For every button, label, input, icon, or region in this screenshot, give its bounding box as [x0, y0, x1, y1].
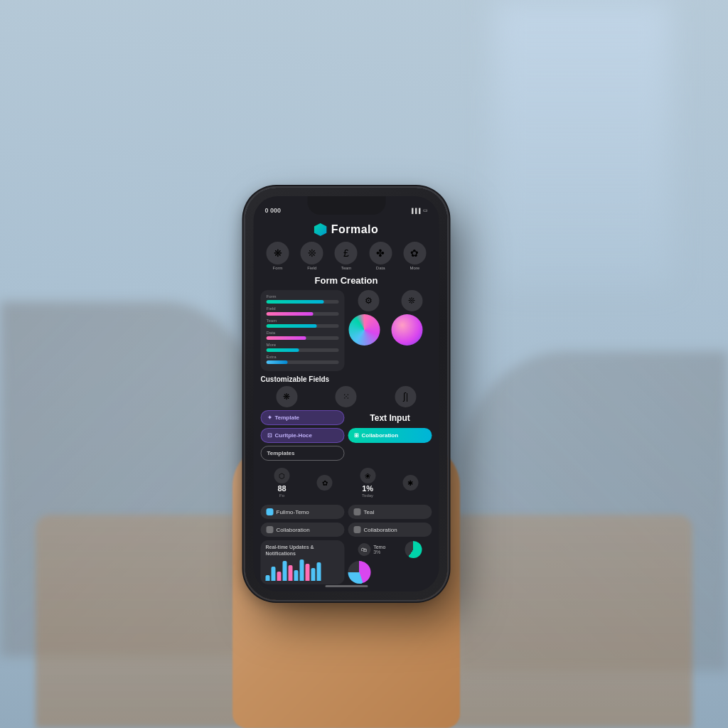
progress-item-6: Extra	[267, 355, 339, 364]
nav-label-1: Form	[273, 266, 283, 271]
hand-container: 0 000 ▐▐▐ ▭ Formalo	[168, 159, 524, 728]
tag-item-4[interactable]: Collaboration	[348, 523, 432, 537]
tag-item-3[interactable]: Collaboration	[261, 523, 345, 537]
field-icon-1: ✦	[267, 414, 272, 421]
stat-item-2: ✿	[317, 475, 333, 491]
bottom-stat-text-1: Temo 3%	[373, 545, 385, 555]
right-icons-grid: ⚙ ❊	[348, 290, 432, 371]
text-input-label: Text Input	[370, 413, 410, 423]
nav-item-4[interactable]: ✤ Data	[369, 242, 392, 271]
realtime-section: Real-time Updates & Notifications	[261, 540, 432, 584]
right-icon-2[interactable]: ❊	[401, 290, 422, 311]
tag-dot-3	[267, 526, 274, 533]
stat-icon-2: ✿	[317, 475, 333, 491]
nav-icon-3: £	[335, 242, 358, 264]
field-pill-curltple[interactable]: ⊡ Curltple-Hoce	[261, 428, 345, 443]
bottom-percent-1: 3%	[373, 550, 385, 555]
chart-bar-3	[277, 572, 282, 581]
customizable-fields-title: Customizable Fields	[261, 375, 432, 383]
tag-label-3: Collaboration	[277, 527, 310, 533]
field-row-1: ✦ Template Text Input	[261, 410, 432, 425]
phone-notch	[307, 196, 385, 215]
progress-item-4: Data	[267, 331, 339, 340]
chart-bar-6	[294, 570, 299, 581]
realtime-card: Real-time Updates & Notifications	[261, 540, 345, 584]
stat-sub-3: Today	[362, 493, 373, 498]
donut-ring	[348, 561, 371, 584]
screen-content: Formalo ❋ Form ❊ Field £	[254, 218, 439, 592]
stats-row: ⬡ 88 Fo ✿ ❀ 1% Today ✱	[261, 465, 432, 500]
stat-item-3: ❀ 1% Today	[360, 468, 375, 498]
progress-label-2: Field	[267, 306, 339, 311]
mid-icon-2[interactable]: ⁙	[336, 386, 357, 407]
progress-fill-6	[267, 360, 288, 364]
nav-item-2[interactable]: ❊ Field	[301, 242, 323, 271]
tag-label-1: Fullmo-Temo	[277, 509, 309, 515]
stat-number-3: 1%	[362, 484, 373, 493]
phone-device: 0 000 ▐▐▐ ▭ Formalo	[245, 188, 448, 600]
nav-item-1[interactable]: ❋ Form	[267, 242, 289, 271]
bottom-stat-row-1: 🛍 Temo 3%	[348, 541, 432, 558]
chart-bar-5	[289, 565, 293, 581]
mid-icons-row: ❋ ⁙ ʃ|	[261, 386, 432, 407]
field-label-2: Curltple-Hoce	[275, 432, 312, 439]
chart-bar-8	[306, 564, 310, 581]
bottom-right-stats: 🛍 Temo 3%	[348, 540, 432, 584]
field-icon-3: ⊞	[354, 432, 359, 439]
nav-label-3: Team	[341, 266, 352, 271]
top-nav: ❋ Form ❊ Field £ Team ✤	[261, 242, 432, 271]
nav-icon-4: ✤	[369, 242, 392, 264]
progress-item-5: More	[267, 343, 339, 352]
chart-bar-4	[283, 561, 287, 581]
progress-fill-3	[267, 324, 317, 328]
chart-bar-1	[266, 575, 270, 581]
tags-row: Fullmo-Temo Teal Collaboration Coll	[261, 505, 432, 537]
field-pill-templates[interactable]: Templates	[261, 446, 345, 461]
progress-item-1: Form	[267, 294, 339, 304]
nav-label-4: Data	[376, 266, 385, 271]
chart-bar-9	[311, 568, 316, 581]
fields-section: Customizable Fields ❋ ⁙ ʃ| ✦ Template	[261, 375, 432, 461]
nav-icon-5: ✿	[403, 242, 426, 264]
field-label-3: Collaboration	[362, 432, 399, 439]
scene: 0 000 ▐▐▐ ▭ Formalo	[0, 0, 728, 728]
mid-icon-1[interactable]: ❋	[276, 386, 297, 407]
progress-track-3	[267, 324, 339, 328]
progress-item-3: Team	[267, 318, 339, 328]
field-row-2: ⊡ Curltple-Hoce ⊞ Collaboration	[261, 428, 432, 443]
tag-item-1[interactable]: Fullmo-Temo	[261, 505, 345, 519]
progress-fill-1	[267, 300, 324, 304]
tag-dot-1	[267, 508, 274, 515]
stat-icon-1: ⬡	[274, 468, 290, 483]
chart-bar-10	[317, 562, 321, 581]
app-title: Formalo	[331, 223, 379, 236]
progress-label-5: More	[267, 343, 339, 347]
field-icon-2: ⊡	[267, 432, 272, 439]
nav-icon-2: ❊	[301, 242, 323, 264]
tag-dot-2	[354, 508, 361, 515]
app-logo-icon	[314, 223, 327, 236]
right-icon-1[interactable]: ⚙	[358, 290, 379, 311]
nav-item-5[interactable]: ✿ More	[403, 242, 426, 271]
status-icons: ▐▐▐ ▭	[410, 208, 428, 213]
bottom-icon-1: 🛍	[358, 543, 370, 556]
chart-bar-7	[300, 560, 304, 581]
progress-track-1	[267, 300, 339, 304]
tag-item-2[interactable]: Teal	[348, 505, 432, 519]
stat-item-1: ⬡ 88 Fo	[274, 468, 290, 498]
donut-mini	[405, 541, 422, 558]
nav-item-3[interactable]: £ Team	[335, 242, 358, 271]
progress-label-4: Data	[267, 331, 339, 335]
tag-label-2: Teal	[364, 509, 375, 515]
field-pill-template[interactable]: ✦ Template	[261, 410, 345, 425]
progress-label-6: Extra	[267, 355, 339, 359]
progress-item-2: Field	[267, 306, 339, 316]
progress-track-6	[267, 360, 339, 364]
progress-track-2	[267, 312, 339, 316]
right-icon-pink	[392, 314, 423, 346]
progress-fill-5	[267, 348, 299, 352]
status-time: 0 000	[265, 207, 282, 214]
mid-icon-3[interactable]: ʃ|	[395, 386, 417, 407]
field-pill-collaboration[interactable]: ⊞ Collaboration	[348, 428, 432, 443]
realtime-title: Real-time Updates & Notifications	[266, 544, 340, 557]
